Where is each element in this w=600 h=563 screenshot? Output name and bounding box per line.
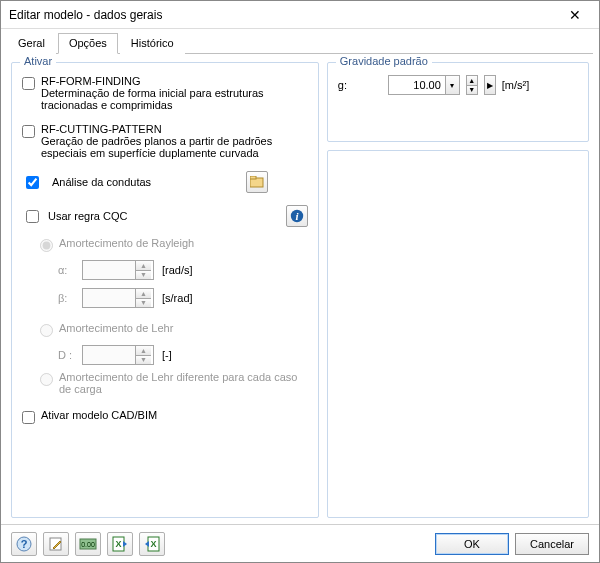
analysis-pipes-browse-button[interactable] [246,171,268,193]
comment-button[interactable] [43,532,69,556]
beta-label: β: [58,292,74,304]
tab-strip: Geral Opções Histórico [1,29,599,54]
cqc-info-button[interactable]: i [286,205,308,227]
title-bar: Editar modelo - dados gerais ✕ [1,1,599,29]
svg-text:X: X [115,539,121,549]
alpha-input [83,261,135,279]
spin-down-icon: ▼ [467,86,477,95]
analysis-pipes-label: Análise da condutas [52,176,151,188]
lehr-per-case-radio [40,373,53,386]
export-excel-button[interactable]: X [107,532,133,556]
help-button[interactable]: ? [11,532,37,556]
spin-up-icon: ▲ [136,346,151,356]
cqc-row: Usar regra CQC i [22,205,308,227]
left-column: Ativar RF-FORM-FINDING Determinação de f… [11,62,319,518]
gravity-value: 10.00 [389,79,445,91]
import-excel-button[interactable]: X [139,532,165,556]
tab-geral[interactable]: Geral [7,33,56,54]
cutting-pattern-desc: Geração de padrões planos a partir de pa… [41,135,308,159]
svg-text:0.00: 0.00 [81,541,95,548]
tab-historico[interactable]: Histórico [120,33,185,54]
gravity-step-right[interactable]: ▶ [484,75,496,95]
spin-down-icon: ▼ [136,271,151,280]
gravity-row: g: 10.00 ▾ ▲ ▼ ▶ [m/s²] [338,71,578,95]
d-spin: ▲▼ [82,345,154,365]
cadbim-label: Ativar modelo CAD/BIM [41,409,157,421]
help-icon: ? [16,536,32,552]
alpha-row: α: ▲▼ [rad/s] [58,260,308,280]
lehr-radio [40,324,53,337]
beta-spin: ▲▼ [82,288,154,308]
group-gravity-legend: Gravidade padrão [336,55,432,67]
cancel-button[interactable]: Cancelar [515,533,589,555]
spin-up-icon: ▲ [136,261,151,271]
gravity-unit: [m/s²] [502,79,530,91]
content-area: Ativar RF-FORM-FINDING Determinação de f… [1,54,599,524]
d-unit: [-] [162,349,172,361]
lehr-per-case-label: Amortecimento de Lehr diferente para cad… [59,371,308,395]
info-icon: i [290,209,304,223]
spin-up-icon: ▲ [136,289,151,299]
group-ativar-legend: Ativar [20,55,56,67]
units-button[interactable]: 0.00 [75,532,101,556]
gravity-select[interactable]: 10.00 ▾ [388,75,460,95]
group-gravity: Gravidade padrão g: 10.00 ▾ ▲ ▼ ▶ [m/s²] [327,62,589,142]
gravity-spinner[interactable]: ▲ ▼ [466,75,478,95]
cutting-pattern-row: RF-CUTTING-PATTERN Geração de padrões pl… [22,123,308,159]
cqc-label: Usar regra CQC [48,210,127,222]
analysis-pipes-checkbox[interactable] [26,176,39,189]
svg-text:X: X [150,539,156,549]
cadbim-row: Ativar modelo CAD/BIM [22,409,308,424]
lehr-label: Amortecimento de Lehr [59,322,173,334]
folder-icon [250,176,264,188]
form-finding-desc: Determinação de forma inicial para estru… [41,87,308,111]
form-finding-checkbox[interactable] [22,77,35,90]
ok-button[interactable]: OK [435,533,509,555]
damping-section: Amortecimento de Rayleigh α: ▲▼ [rad/s] … [40,237,308,395]
spin-down-icon: ▼ [136,356,151,365]
bottom-bar: ? 0.00 X X OK Cancelar [1,524,599,562]
group-ativar: Ativar RF-FORM-FINDING Determinação de f… [11,62,319,518]
analysis-pipes-row: Análise da condutas [22,171,308,193]
cqc-checkbox[interactable] [26,210,39,223]
beta-unit: [s/rad] [162,292,193,304]
cadbim-checkbox[interactable] [22,411,35,424]
lehr-per-case-row: Amortecimento de Lehr diferente para cad… [40,371,308,395]
cutting-pattern-checkbox[interactable] [22,125,35,138]
cutting-pattern-title: RF-CUTTING-PATTERN [41,123,308,135]
rayleigh-row: Amortecimento de Rayleigh [40,237,308,252]
excel-import-icon: X [144,536,160,552]
d-label: D : [58,349,74,361]
spin-down-icon: ▼ [136,299,151,308]
beta-row: β: ▲▼ [s/rad] [58,288,308,308]
excel-export-icon: X [112,536,128,552]
edit-icon [48,536,64,552]
dialog-window: Editar modelo - dados gerais ✕ Geral Opç… [0,0,600,563]
alpha-unit: [rad/s] [162,264,193,276]
d-row: D : ▲▼ [-] [58,345,308,365]
form-finding-title: RF-FORM-FINDING [41,75,308,87]
beta-input [83,289,135,307]
svg-text:?: ? [21,538,28,550]
alpha-spin: ▲▼ [82,260,154,280]
preview-panel [327,150,589,518]
tab-opcoes[interactable]: Opções [58,33,118,54]
rayleigh-label: Amortecimento de Rayleigh [59,237,194,249]
close-button[interactable]: ✕ [557,4,593,26]
d-input [83,346,135,364]
rayleigh-radio [40,239,53,252]
gravity-label: g: [338,79,356,91]
spin-up-icon: ▲ [467,76,477,86]
units-icon: 0.00 [79,536,97,552]
right-column: Gravidade padrão g: 10.00 ▾ ▲ ▼ ▶ [m/s²] [327,62,589,518]
form-finding-row: RF-FORM-FINDING Determinação de forma in… [22,75,308,111]
lehr-row: Amortecimento de Lehr [40,322,308,337]
chevron-down-icon: ▾ [445,76,459,94]
svg-rect-1 [250,176,256,179]
window-title: Editar modelo - dados gerais [9,8,557,22]
alpha-label: α: [58,264,74,276]
